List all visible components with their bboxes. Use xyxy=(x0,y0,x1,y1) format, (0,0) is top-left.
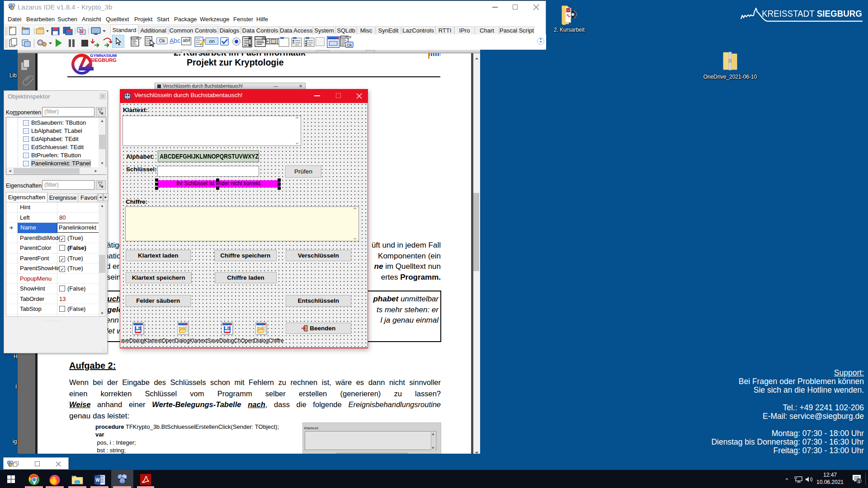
svg-text:W: W xyxy=(95,478,100,483)
svg-text:Ok: Ok xyxy=(347,43,352,47)
svg-text:1: 1 xyxy=(858,479,860,483)
svg-text:SIEGBURG: SIEGBURG xyxy=(90,57,117,63)
